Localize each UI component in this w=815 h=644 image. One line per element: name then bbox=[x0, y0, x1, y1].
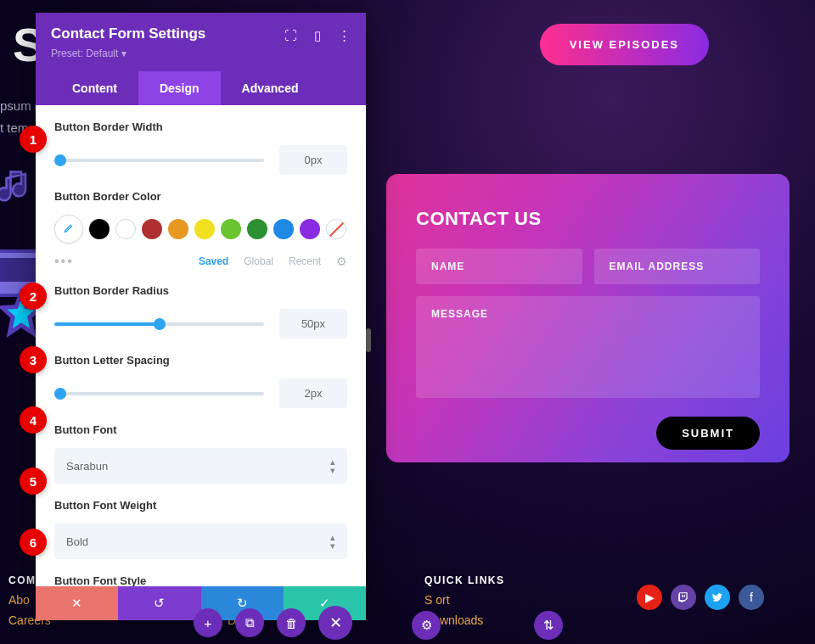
contact-title: CONTACT US bbox=[416, 208, 760, 230]
footer-support-link[interactable]: S ort bbox=[424, 593, 505, 607]
field-border-color: Button Border Color ••• Saved bbox=[54, 190, 347, 269]
swatch-black[interactable] bbox=[89, 219, 110, 239]
field-border-width: Button Border Width 0px bbox=[54, 120, 347, 175]
panel-tabs: Content Design Advanced bbox=[51, 71, 351, 105]
font-weight-value: Bold bbox=[66, 535, 88, 548]
swatch-blue[interactable] bbox=[273, 219, 294, 239]
social-icons: ▶ f bbox=[637, 585, 764, 610]
marker-6: 6 bbox=[20, 529, 47, 556]
email-input[interactable] bbox=[594, 249, 761, 284]
contact-form-card: CONTACT US SUBMIT bbox=[386, 174, 790, 462]
font-label: Button Font bbox=[54, 423, 347, 436]
letter-spacing-value[interactable]: 2px bbox=[279, 378, 347, 408]
font-weight-label: Button Font Weight bbox=[54, 499, 347, 512]
border-color-label: Button Border Color bbox=[54, 190, 347, 203]
swatch-yellow[interactable] bbox=[194, 219, 215, 239]
delete-button[interactable]: 🗑 bbox=[277, 608, 306, 637]
tab-design[interactable]: Design bbox=[138, 71, 221, 105]
panel-header: Contact Form Settings Preset: Default ▾ … bbox=[36, 13, 366, 105]
add-button[interactable]: + bbox=[194, 608, 222, 637]
swatch-green[interactable] bbox=[247, 219, 267, 239]
marker-4: 4 bbox=[20, 406, 47, 434]
undo-button[interactable]: ↺ bbox=[118, 586, 200, 620]
expand-icon[interactable]: ⛶ bbox=[284, 28, 297, 43]
view-episodes-button[interactable]: VIEW EPISODES bbox=[540, 24, 709, 65]
message-textarea[interactable] bbox=[416, 296, 760, 398]
marker-2: 2 bbox=[20, 283, 47, 310]
swatch-white[interactable] bbox=[115, 219, 136, 239]
color-tab-recent[interactable]: Recent bbox=[289, 255, 321, 267]
module-action-bar-right: ⚙ ⇅ bbox=[412, 611, 563, 640]
tab-content[interactable]: Content bbox=[51, 71, 138, 105]
chevron-updown-icon: ▴▾ bbox=[330, 457, 335, 474]
marker-1: 1 bbox=[20, 126, 47, 153]
border-width-value[interactable]: 0px bbox=[279, 145, 347, 175]
cancel-button[interactable]: ✕ bbox=[36, 586, 118, 620]
tab-advanced[interactable]: Advanced bbox=[221, 71, 320, 105]
swatch-darkred[interactable] bbox=[142, 219, 162, 239]
sort-button[interactable]: ⇅ bbox=[534, 611, 563, 640]
field-font-style: Button Font Style I TT TT U S bbox=[54, 574, 347, 586]
swatch-purple[interactable] bbox=[300, 219, 320, 239]
slider-handle[interactable] bbox=[154, 318, 166, 330]
twitch-icon[interactable] bbox=[671, 585, 696, 610]
font-weight-select[interactable]: Bold ▴▾ bbox=[54, 524, 347, 559]
border-radius-label: Button Border Radius bbox=[54, 284, 347, 297]
swatch-lime[interactable] bbox=[221, 219, 241, 239]
module-settings-button[interactable]: ⚙ bbox=[412, 611, 441, 640]
settings-panel: Contact Form Settings Preset: Default ▾ … bbox=[36, 13, 366, 620]
border-radius-value[interactable]: 50px bbox=[279, 309, 347, 339]
swatch-none[interactable] bbox=[326, 219, 346, 239]
field-font-weight: Button Font Weight Bold ▴▾ bbox=[54, 499, 347, 559]
swatch-orange[interactable] bbox=[168, 219, 188, 239]
font-style-label: Button Font Style bbox=[54, 574, 347, 586]
border-width-label: Button Border Width bbox=[54, 120, 347, 133]
field-border-radius: Button Border Radius 50px bbox=[54, 284, 347, 339]
facebook-icon[interactable]: f bbox=[739, 585, 764, 610]
more-colors-icon[interactable]: ••• bbox=[54, 254, 74, 269]
slider-handle[interactable] bbox=[54, 154, 66, 166]
border-radius-slider[interactable] bbox=[54, 322, 264, 326]
font-value: Sarabun bbox=[66, 460, 108, 473]
panel-body: Button Border Width 0px Button Border Co… bbox=[36, 105, 366, 586]
name-input[interactable] bbox=[416, 249, 582, 284]
close-actions-button[interactable]: ✕ bbox=[318, 606, 352, 640]
letter-spacing-slider[interactable] bbox=[54, 392, 264, 395]
border-width-slider[interactable] bbox=[54, 159, 264, 162]
color-tab-global[interactable]: Global bbox=[244, 255, 273, 267]
font-select[interactable]: Sarabun ▴▾ bbox=[54, 448, 347, 484]
panel-preset-dropdown[interactable]: Preset: Default ▾ bbox=[51, 48, 351, 59]
footer-quick-heading: QUICK LINKS bbox=[424, 574, 505, 586]
youtube-icon[interactable]: ▶ bbox=[637, 585, 662, 610]
duplicate-button[interactable]: ⧉ bbox=[235, 608, 264, 637]
twitter-icon[interactable] bbox=[705, 585, 730, 610]
color-settings-gear-icon[interactable]: ⚙ bbox=[336, 255, 347, 268]
submit-button[interactable]: SUBMIT bbox=[656, 417, 760, 450]
module-action-bar-left: + ⧉ 🗑 ✕ bbox=[194, 606, 352, 640]
field-letter-spacing: Button Letter Spacing 2px bbox=[54, 354, 347, 408]
kebab-menu-icon[interactable]: ⋮ bbox=[338, 28, 351, 43]
eyedropper-button[interactable] bbox=[54, 215, 83, 244]
marker-5: 5 bbox=[20, 468, 47, 495]
chevron-updown-icon: ▴▾ bbox=[330, 533, 335, 550]
panel-scrollbar-thumb[interactable] bbox=[366, 328, 371, 352]
slider-handle[interactable] bbox=[54, 388, 66, 400]
marker-3: 3 bbox=[20, 346, 47, 373]
field-font: Button Font Sarabun ▴▾ bbox=[54, 423, 347, 484]
tablet-preview-icon[interactable]: ▯ bbox=[314, 28, 321, 43]
letter-spacing-label: Button Letter Spacing bbox=[54, 354, 347, 367]
color-tab-saved[interactable]: Saved bbox=[199, 255, 228, 267]
